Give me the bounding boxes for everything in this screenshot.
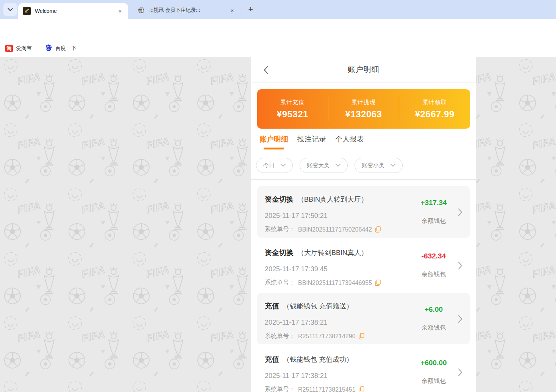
page-title: 账户明细	[348, 64, 380, 75]
transaction-summary: +317.34 余额钱包	[411, 186, 456, 238]
site-favicon	[23, 7, 31, 15]
browser-tab-strip: Welcome × :::视讯 会员下注纪录::: × +	[0, 0, 556, 19]
total-withdrawal: 累计提现 ¥132063	[328, 99, 399, 120]
order-number-label: 系统单号：	[265, 226, 295, 233]
transaction-row[interactable]: 充值 （钱能钱包 充值成功） 2025-11-17 17:38:21 系统单号：…	[257, 346, 470, 392]
transaction-subtitle: （钱能钱包 充值赠送）	[283, 302, 353, 311]
chevron-left-icon	[263, 65, 269, 75]
filter-row: 今日 账变大类 账变小类	[251, 152, 476, 180]
order-number-value: BBIN202511171739446955	[298, 280, 372, 286]
transaction-row[interactable]: 充值 （钱能钱包 充值赠送） 2025-11-17 17:38:21 系统单号：…	[257, 293, 470, 344]
transaction-type: 资金切换	[265, 194, 294, 204]
chevron-down-icon	[336, 164, 340, 167]
panel-header: 账户明细	[251, 57, 476, 82]
bookmarks-bar: 淘 爱淘宝 du 百度一下	[0, 40, 556, 57]
browser-tab-welcome[interactable]: Welcome ×	[18, 3, 128, 19]
filter-major-type-dropdown[interactable]: 账变大类	[300, 158, 348, 173]
tab-betting-records[interactable]: 投注记录	[297, 134, 326, 152]
transaction-row[interactable]: 资金切换 （大厅转到BBIN真人） 2025-11-17 17:39:45 系统…	[257, 240, 470, 291]
tab-personal-report[interactable]: 个人报表	[335, 134, 364, 152]
copy-icon[interactable]	[359, 386, 364, 392]
total-claimed: 累计领取 ¥2667.99	[399, 99, 470, 120]
baidu-paw-icon: du	[45, 44, 52, 53]
chevron-down-icon	[8, 8, 13, 11]
bookmark-label: 百度一下	[55, 45, 77, 52]
close-icon[interactable]: ×	[229, 7, 236, 14]
tab-title: Welcome	[35, 8, 117, 14]
chevron-down-icon	[281, 164, 286, 167]
copy-icon[interactable]	[359, 333, 364, 339]
tab-account-detail[interactable]: 账户明细	[259, 134, 288, 152]
filter-minor-type-dropdown[interactable]: 账变小类	[355, 158, 403, 173]
tab-title: :::视讯 会员下注纪录:::	[149, 7, 229, 14]
filter-label: 账变大类	[307, 162, 330, 169]
amount: +317.34	[420, 199, 447, 207]
close-icon[interactable]: ×	[117, 8, 123, 14]
copy-icon[interactable]	[375, 226, 381, 233]
wallet-label: 余额钱包	[422, 217, 446, 225]
amount: -632.34	[422, 252, 446, 260]
stat-label: 累计提现	[351, 99, 376, 106]
transaction-type: 资金切换	[265, 248, 294, 258]
browser-toolbar: 175616.cc/reports/index	[0, 19, 556, 40]
chevron-right-icon[interactable]	[458, 261, 462, 270]
transaction-type: 充值	[265, 301, 279, 311]
transaction-summary: +6.00 余额钱包	[411, 293, 456, 344]
wallet-label: 余额钱包	[422, 271, 446, 278]
chevron-right-icon[interactable]	[458, 208, 462, 216]
order-number-label: 系统单号：	[265, 386, 295, 392]
account-detail-panel: 账户明细 累计充值 ¥95321 累计提现 ¥132063 累计领取 ¥2667…	[251, 57, 476, 392]
copy-icon[interactable]	[375, 280, 381, 286]
wallet-label: 余额钱包	[422, 377, 446, 385]
filter-label: 账变小类	[362, 162, 384, 169]
tab-divider	[242, 6, 242, 14]
stat-label: 累计充值	[280, 99, 305, 106]
transaction-type: 充值	[265, 355, 279, 364]
stat-value: ¥132063	[345, 109, 382, 120]
transaction-list: 资金切换 （BBIN真人转到大厅） 2025-11-17 17:50:21 系统…	[251, 180, 476, 392]
chevron-right-icon[interactable]	[458, 368, 462, 376]
order-number-value: R2511171738214290	[298, 333, 356, 340]
order-number-label: 系统单号：	[265, 279, 295, 287]
stat-label: 累计领取	[423, 99, 447, 106]
transaction-summary: -632.34 余额钱包	[411, 240, 456, 291]
chevron-down-icon	[390, 164, 395, 167]
new-tab-button[interactable]: +	[245, 4, 256, 15]
transaction-summary: +600.00 余额钱包	[411, 346, 456, 392]
browser-tab-betting-records[interactable]: :::视讯 会员下注纪录::: ×	[133, 3, 239, 17]
order-number-value: R2511171738215451	[298, 386, 356, 392]
amount: +600.00	[420, 359, 447, 367]
transaction-subtitle: （钱能钱包 充值成功）	[283, 355, 353, 364]
tab-search-button[interactable]	[3, 3, 17, 16]
bookmark-baidu[interactable]: du 百度一下	[45, 44, 77, 53]
totals-card: 累计充值 ¥95321 累计提现 ¥132063 累计领取 ¥2667.99	[257, 89, 470, 129]
page-content: FIFA	[0, 57, 556, 392]
taobao-icon: 淘	[5, 45, 13, 52]
filter-date-dropdown[interactable]: 今日	[256, 158, 293, 173]
transaction-row[interactable]: 资金切换 （BBIN真人转到大厅） 2025-11-17 17:50:21 系统…	[257, 186, 470, 238]
stat-value: ¥95321	[277, 109, 308, 120]
bookmark-taobao[interactable]: 淘 爱淘宝	[5, 45, 32, 52]
total-deposit: 累计充值 ¥95321	[257, 99, 328, 120]
amount: +6.00	[425, 305, 443, 314]
globe-icon	[137, 6, 145, 14]
wallet-label: 余额钱包	[422, 324, 446, 332]
section-tabs: 账户明细 投注记录 个人报表	[251, 129, 476, 152]
chevron-right-icon[interactable]	[458, 315, 462, 323]
svg-text:du: du	[47, 48, 50, 50]
filter-label: 今日	[263, 162, 275, 169]
order-number-label: 系统单号：	[265, 332, 295, 340]
transaction-subtitle: （大厅转到BBIN真人）	[297, 248, 368, 257]
stat-value: ¥2667.99	[415, 109, 454, 120]
back-chevron-button[interactable]	[263, 65, 269, 75]
transaction-subtitle: （BBIN真人转到大厅）	[297, 195, 368, 204]
bookmark-label: 爱淘宝	[16, 45, 32, 52]
order-number-value: BBIN202511171750206442	[298, 226, 372, 233]
